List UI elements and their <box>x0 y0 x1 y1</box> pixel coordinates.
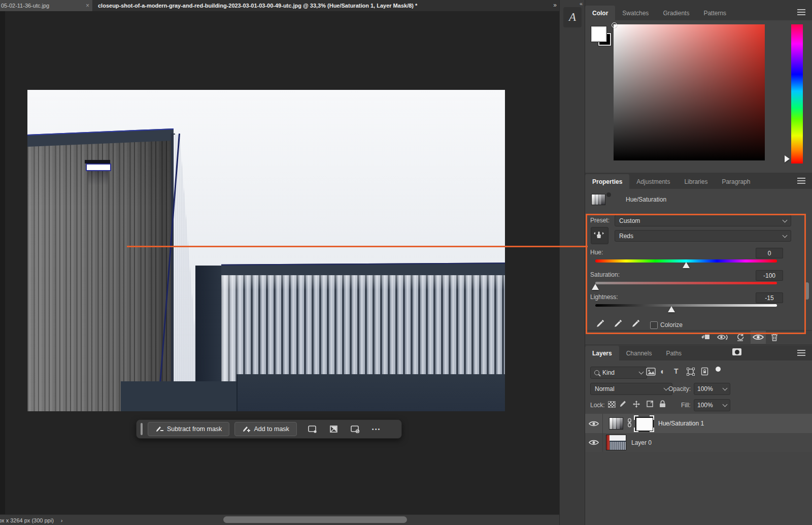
tab-properties[interactable]: Properties <box>585 174 629 189</box>
photoshop-window: 05-02-11-36-utc.jpg × closeup-shot-of-a-… <box>0 0 812 525</box>
filter-adjustment-layers-icon[interactable]: ◐ <box>660 367 665 376</box>
filter-kind-dropdown[interactable]: Kind <box>590 367 647 379</box>
selection-corner <box>634 415 638 420</box>
chevron-down-icon <box>639 370 644 375</box>
layer-name: Hue/Saturation 1 <box>658 420 704 427</box>
annotation-connector-line <box>127 246 588 247</box>
canvas-image[interactable] <box>27 90 505 411</box>
adjustment-title: Hue/Saturation <box>626 196 666 203</box>
chevron-down-icon <box>723 402 728 407</box>
document-size-info: px x 3264 px (300 ppi) <box>0 517 54 523</box>
opacity-dropdown[interactable]: 100% <box>694 383 730 395</box>
chevron-down-icon <box>664 386 669 391</box>
tab-adjustments[interactable]: Adjustments <box>629 174 677 189</box>
reset-adjustment-icon[interactable] <box>736 333 745 343</box>
photo-lower-band-left <box>121 381 237 411</box>
document-tab-bar: 05-02-11-36-utc.jpg × closeup-shot-of-a-… <box>0 0 559 11</box>
document-tab-inactive[interactable]: 05-02-11-36-utc.jpg × <box>0 0 93 11</box>
tab-swatches[interactable]: Swatches <box>615 6 656 20</box>
filter-shape-layers-icon[interactable] <box>687 368 695 377</box>
mask-properties-icon[interactable] <box>307 424 318 434</box>
tab-paths[interactable]: Paths <box>659 346 689 360</box>
photo-lower-band-right <box>237 374 505 411</box>
status-chevron-icon[interactable]: › <box>61 517 63 523</box>
layer-row-layer0[interactable]: Layer 0 <box>585 433 812 452</box>
invert-mask-icon[interactable] <box>328 424 340 434</box>
selection-corner <box>650 415 654 420</box>
lock-artboard-icon[interactable] <box>646 400 654 409</box>
mask-link-icon[interactable] <box>627 418 632 429</box>
filter-pixel-layers-icon[interactable] <box>646 368 656 377</box>
layer-visibility-eye-icon[interactable] <box>585 439 602 446</box>
close-icon[interactable]: × <box>86 2 89 9</box>
filter-type-layers-icon[interactable]: T <box>674 367 679 375</box>
layer-mask-thumbnail[interactable] <box>634 415 654 432</box>
divider <box>602 433 603 452</box>
tab-overflow-icon[interactable]: » <box>553 2 556 9</box>
layers-panel-tabs: Layers Channels Paths <box>585 345 812 360</box>
panel-menu-icon[interactable] <box>797 350 805 356</box>
tab-libraries[interactable]: Libraries <box>677 174 715 189</box>
trash-icon[interactable] <box>771 333 778 343</box>
clip-to-layer-icon[interactable] <box>701 334 710 342</box>
photo-right-building <box>221 264 505 381</box>
eye-icon <box>753 334 764 341</box>
blend-mode-dropdown[interactable]: Normal <box>590 383 672 395</box>
drag-handle[interactable] <box>141 423 143 435</box>
lock-all-icon[interactable] <box>659 400 666 409</box>
more-options-icon[interactable]: ••• <box>372 426 381 432</box>
tab-color[interactable]: Color <box>585 6 615 20</box>
add-to-mask-button[interactable]: Add to mask <box>234 422 296 436</box>
layer-visibility-eye-icon[interactable] <box>585 420 602 427</box>
fill-value: 100% <box>697 402 713 409</box>
brush-plus-icon <box>242 425 250 433</box>
foreground-color-swatch[interactable] <box>591 26 606 42</box>
document-tab-active[interactable]: closeup-shot-of-a-modern-gray-and-red-bu… <box>93 0 559 11</box>
typography-panel-icon[interactable]: A <box>563 7 582 27</box>
tab-channels[interactable]: Channels <box>619 346 659 360</box>
photo-lamp-shadow <box>88 171 108 185</box>
panel-menu-icon[interactable] <box>797 9 805 16</box>
color-panel-tabs: Color Swatches Gradients Patterns <box>585 0 812 20</box>
canvas-area[interactable]: Subtract from mask Add to mask ••• <box>0 11 559 514</box>
layer-row-hue-saturation[interactable]: Hue/Saturation 1 <box>585 414 812 433</box>
layers-panel: Layers Channels Paths Kind ◐ T <box>585 344 812 525</box>
subtract-from-mask-button[interactable]: Subtract from mask <box>148 422 229 436</box>
panel-menu-icon[interactable] <box>797 178 805 184</box>
lock-position-icon[interactable] <box>632 400 640 410</box>
add-layer-mask-icon[interactable] <box>732 348 741 355</box>
annotation-highlight-rectangle <box>586 214 806 334</box>
collapsed-panel-strip: « A <box>559 0 585 525</box>
view-previous-state-icon[interactable] <box>717 334 729 342</box>
properties-panel-tabs: Properties Adjustments Libraries Paragra… <box>585 173 812 189</box>
selection-corner <box>650 428 654 432</box>
brush-minus-icon <box>155 425 163 433</box>
tab-layers[interactable]: Layers <box>585 346 619 360</box>
tab-gradients[interactable]: Gradients <box>656 6 696 20</box>
tab-patterns[interactable]: Patterns <box>696 6 733 20</box>
fill-dropdown[interactable]: 100% <box>694 399 730 411</box>
color-field-marker-icon[interactable] <box>612 22 617 28</box>
photo-lamp <box>86 163 111 171</box>
selection-corner <box>634 428 638 432</box>
opacity-label: Opacity: <box>668 385 691 392</box>
thumbnail-gray-building <box>610 441 626 450</box>
hue-strip[interactable] <box>791 24 803 163</box>
document-tab-label: 05-02-11-36-utc.jpg <box>1 3 49 9</box>
lock-label: Lock: <box>590 402 605 409</box>
canvas-edge-strip <box>0 11 5 514</box>
layer-thumbnail[interactable] <box>606 435 626 450</box>
hue-marker-icon[interactable] <box>785 155 790 162</box>
adjustment-layer-thumbnail[interactable] <box>609 417 623 430</box>
lock-pixels-icon[interactable] <box>620 400 627 409</box>
color-field[interactable] <box>614 24 765 160</box>
lock-transparency-icon[interactable] <box>608 401 616 408</box>
contextual-task-bar: Subtract from mask Add to mask ••• <box>136 419 402 439</box>
search-icon <box>594 370 599 375</box>
preview-mask-icon[interactable] <box>350 424 361 434</box>
subtract-from-mask-label: Subtract from mask <box>167 425 222 433</box>
horizontal-scrollbar[interactable] <box>223 516 407 523</box>
collapse-panels-icon[interactable]: « <box>580 1 583 7</box>
tab-paragraph[interactable]: Paragraph <box>715 174 757 189</box>
filter-smart-objects-icon[interactable] <box>701 367 708 377</box>
